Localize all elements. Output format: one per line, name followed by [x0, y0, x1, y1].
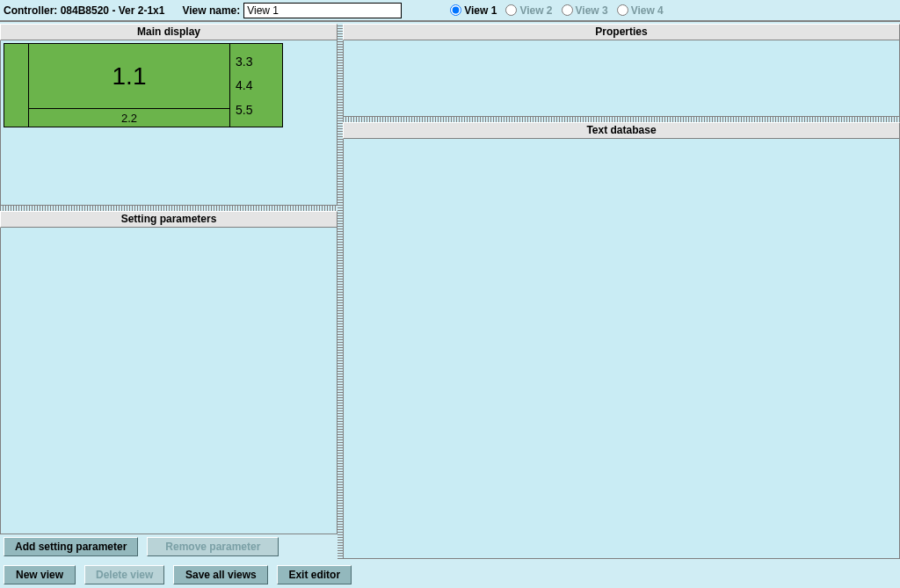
view-radio-1-input[interactable]: [450, 4, 461, 16]
bottom-bar: New view Delete view Save all views Exit…: [0, 562, 900, 588]
view-radio-3-label: View 3: [576, 4, 608, 17]
delete-view-button: Delete view: [84, 565, 164, 584]
panel-setting-parameters-header: Setting parameters: [0, 211, 338, 228]
panel-setting-parameters: Setting parameters Add setting parameter…: [0, 211, 338, 559]
panel-main-display-body: 1.1 3.3 4.4 5.5 2.2: [0, 40, 338, 206]
viewname-input[interactable]: [243, 3, 402, 18]
panel-properties: Properties: [343, 24, 900, 117]
display-widget-bottom: 2.2: [29, 109, 229, 127]
controller-label: Controller: 084B8520 - Ver 2-1x1: [4, 4, 164, 17]
view-radio-3-input[interactable]: [562, 4, 573, 16]
remove-parameter-button: Remove parameter: [147, 537, 279, 556]
panel-properties-header: Properties: [343, 24, 900, 40]
panel-text-database: Text database: [343, 122, 900, 559]
display-widget-center: 1.1: [29, 44, 229, 109]
new-view-button[interactable]: New view: [4, 565, 76, 584]
add-setting-parameter-button[interactable]: Add setting parameter: [4, 537, 138, 556]
view-radio-group: View 1 View 2 View 3 View 4: [450, 4, 672, 17]
save-all-views-button[interactable]: Save all views: [173, 565, 268, 584]
panel-properties-body: [343, 40, 900, 117]
view-radio-3[interactable]: View 3: [562, 4, 608, 17]
content-area: Main display 1.1 3.3 4.4 5.5 2.2 Setting…: [0, 24, 900, 559]
panel-main-display: Main display 1.1 3.3 4.4 5.5 2.2: [0, 24, 338, 206]
panel-text-database-body: [343, 139, 900, 559]
panel-text-database-header: Text database: [343, 122, 900, 139]
display-widget[interactable]: 1.1 3.3 4.4 5.5 2.2: [4, 43, 283, 127]
view-radio-2-label: View 2: [519, 4, 552, 17]
view-radio-1-label: View 1: [464, 4, 497, 17]
exit-editor-button[interactable]: Exit editor: [277, 565, 352, 584]
left-column: Main display 1.1 3.3 4.4 5.5 2.2 Setting…: [0, 24, 338, 559]
display-widget-left: [4, 44, 29, 127]
view-radio-4-label: View 4: [631, 4, 664, 17]
display-widget-right-2: 4.4: [236, 78, 282, 92]
view-radio-1[interactable]: View 1: [450, 4, 497, 17]
settings-button-bar: Add setting parameter Remove parameter: [0, 534, 338, 559]
display-widget-right: 3.3 4.4 5.5: [229, 44, 282, 127]
view-radio-2[interactable]: View 2: [505, 4, 552, 17]
right-column: Properties Text database: [343, 24, 900, 559]
display-widget-right-1: 3.3: [236, 54, 282, 69]
panel-main-display-header: Main display: [0, 24, 338, 40]
view-radio-2-input[interactable]: [505, 4, 517, 16]
viewname-label: View name:: [182, 4, 240, 17]
top-bar: Controller: 084B8520 - Ver 2-1x1 View na…: [0, 0, 900, 22]
panel-setting-parameters-body: [0, 228, 338, 534]
view-radio-4-input[interactable]: [617, 4, 628, 16]
view-radio-4[interactable]: View 4: [617, 4, 664, 17]
display-widget-right-3: 5.5: [236, 103, 282, 117]
